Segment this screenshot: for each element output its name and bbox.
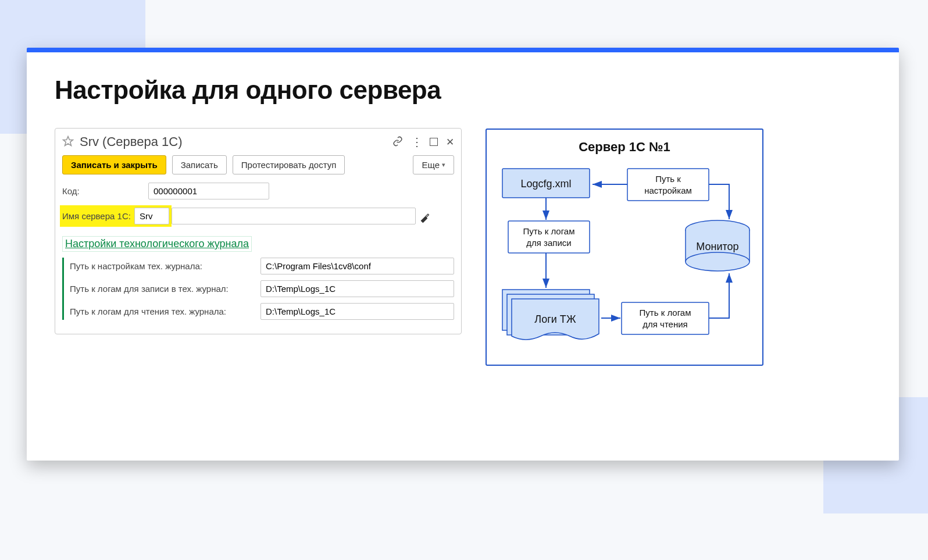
- tj-read-path-label: Путь к логам для чтения тех. журнала:: [70, 306, 256, 316]
- server-name-label: Имя сервера 1С:: [62, 211, 131, 221]
- maximize-icon[interactable]: [430, 138, 438, 146]
- svg-text:Путь к: Путь к: [655, 174, 681, 184]
- window-title: Srv (Сервера 1С): [80, 134, 387, 149]
- svg-text:Монитор: Монитор: [696, 241, 738, 252]
- svg-text:Путь к логам: Путь к логам: [523, 226, 575, 236]
- diagram-monitor: Монитор: [686, 220, 749, 271]
- more-button[interactable]: Еще: [413, 155, 454, 174]
- tj-write-path-label: Путь к логам для записи в тех. журнал:: [70, 284, 256, 294]
- cursor-icon: [419, 212, 430, 223]
- server-name-input-ext[interactable]: [172, 208, 416, 224]
- slide-title: Настройка для одного сервера: [55, 76, 871, 105]
- save-close-button[interactable]: Записать и закрыть: [62, 155, 166, 174]
- svg-point-13: [686, 252, 749, 271]
- more-icon[interactable]: ⋮: [411, 136, 422, 148]
- svg-text:для чтения: для чтения: [643, 319, 687, 329]
- save-button[interactable]: Записать: [172, 155, 227, 174]
- tj-write-path-input[interactable]: [260, 280, 454, 297]
- diagram-logcfg-label: Logcfg.xml: [520, 178, 571, 190]
- slide: Настройка для одного сервера Srv (Сервер…: [27, 48, 899, 461]
- link-icon[interactable]: [392, 136, 403, 148]
- svg-text:Путь к логам: Путь к логам: [640, 308, 691, 318]
- code-input[interactable]: [148, 183, 269, 199]
- tj-read-path-input[interactable]: [260, 303, 454, 320]
- star-icon[interactable]: [62, 135, 74, 149]
- test-access-button[interactable]: Протестировать доступ: [233, 155, 345, 174]
- svg-text:для записи: для записи: [526, 238, 571, 248]
- tj-settings-path-input[interactable]: [260, 258, 454, 274]
- svg-marker-0: [63, 136, 73, 145]
- server-name-input[interactable]: [134, 208, 169, 224]
- diagram-logs: Логи ТЖ: [502, 290, 599, 340]
- diagram-title: Сервер 1С №1: [579, 140, 670, 154]
- svg-text:настройкам: настройкам: [644, 186, 692, 195]
- toolbar: Записать и закрыть Записать Протестирова…: [62, 155, 454, 174]
- tj-section-title: Настройки технологического журнала: [62, 236, 252, 252]
- close-icon[interactable]: [446, 137, 454, 147]
- svg-text:Логи ТЖ: Логи ТЖ: [534, 313, 576, 325]
- code-label: Код:: [62, 186, 144, 196]
- app-window: Srv (Сервера 1С) ⋮ Записать и закрыть: [55, 128, 462, 334]
- diagram: Сервер 1С №1 Logcfg.xml Путь к настройка…: [485, 128, 764, 366]
- tj-settings-path-label: Путь к настройкам тех. журнала:: [70, 261, 256, 271]
